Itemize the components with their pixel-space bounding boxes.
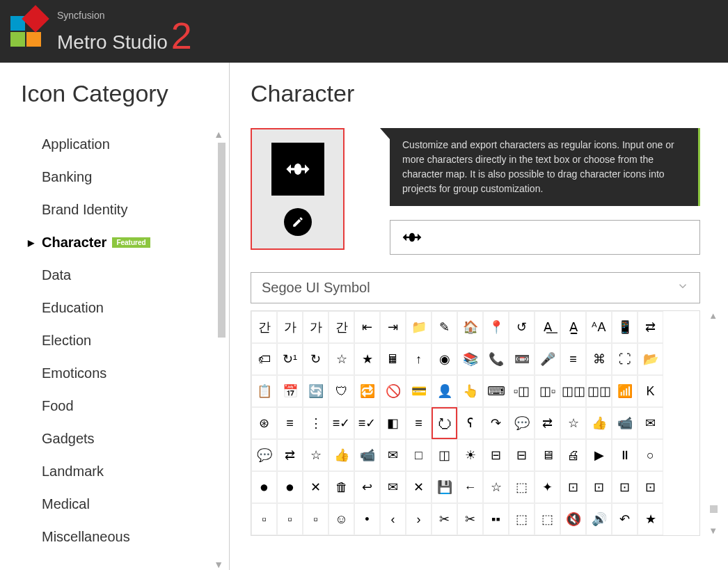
char-cell[interactable]: ✂ <box>432 503 457 535</box>
char-cell[interactable]: ● <box>251 471 277 503</box>
char-cell[interactable]: 📶 <box>612 375 638 407</box>
char-cell[interactable]: ≡✓ <box>354 407 380 439</box>
char-cell[interactable]: ⇄ <box>277 439 303 471</box>
char-cell[interactable]: ⇄ <box>638 311 663 343</box>
char-cell[interactable]: ‹ <box>380 503 406 535</box>
char-cell[interactable]: 👤 <box>432 375 457 407</box>
char-cell[interactable]: ⬚ <box>509 471 535 503</box>
char-cell[interactable]: ✎ <box>432 311 457 343</box>
sidebar-item-brand-identity[interactable]: Brand Identity <box>21 193 215 226</box>
char-cell[interactable]: ⬚ <box>509 503 535 535</box>
char-cell[interactable]: ⏸ <box>612 439 638 471</box>
sidebar-item-food[interactable]: Food <box>21 390 215 422</box>
char-cell[interactable]: 📂 <box>638 343 663 375</box>
char-cell[interactable]: ⛶ <box>612 343 638 375</box>
char-cell[interactable]: ↻¹ <box>277 343 303 375</box>
char-cell[interactable]: ▫ <box>251 503 277 535</box>
char-cell[interactable]: ☆ <box>329 343 354 375</box>
char-cell[interactable]: ★ <box>638 503 663 535</box>
char-cell[interactable]: 📍 <box>483 311 509 343</box>
char-cell[interactable]: ʕ <box>457 407 483 439</box>
char-cell[interactable]: 📅 <box>277 375 303 407</box>
char-cell[interactable]: ☀ <box>457 439 483 471</box>
sidebar-item-banking[interactable]: Banking <box>21 161 215 193</box>
char-cell[interactable]: ▫ <box>303 503 329 535</box>
char-cell[interactable]: 🚫 <box>380 375 406 407</box>
char-cell[interactable]: 📁 <box>406 311 432 343</box>
char-cell[interactable]: 가 <box>277 311 303 343</box>
char-cell[interactable]: ◫▫ <box>535 375 560 407</box>
char-cell[interactable]: 가 <box>303 311 329 343</box>
char-cell[interactable]: 💬 <box>509 407 535 439</box>
char-cell[interactable]: 👆 <box>457 375 483 407</box>
char-cell[interactable]: ☺ <box>329 503 354 535</box>
sidebar-item-landmark[interactable]: Landmark <box>21 455 215 488</box>
char-cell[interactable]: 🖩 <box>380 343 406 375</box>
char-cell[interactable]: 📋 <box>251 375 277 407</box>
char-cell[interactable]: ⊟ <box>483 439 509 471</box>
char-cell[interactable]: ◧ <box>380 407 406 439</box>
char-cell[interactable]: ▪▪ <box>483 503 509 535</box>
char-cell[interactable]: 💳 <box>406 375 432 407</box>
char-cell[interactable]: ⇥ <box>380 311 406 343</box>
char-cell[interactable]: ↶ <box>612 503 638 535</box>
char-cell[interactable]: ≡ <box>560 343 586 375</box>
char-cell[interactable]: 👍 <box>329 439 354 471</box>
sidebar-scroll-down-icon[interactable]: ▼ <box>214 559 223 570</box>
char-cell[interactable]: ⊡ <box>560 471 586 503</box>
char-cell[interactable]: A͟ <box>535 311 560 343</box>
sidebar-item-data[interactable]: Data <box>21 259 215 292</box>
char-cell[interactable]: ◫◫ <box>560 375 586 407</box>
char-cell[interactable]: 📞 <box>483 343 509 375</box>
char-cell[interactable]: K <box>638 375 663 407</box>
character-input[interactable] <box>390 220 700 255</box>
char-cell[interactable]: 🔁 <box>354 375 380 407</box>
char-cell[interactable]: ◉ <box>432 343 457 375</box>
char-cell[interactable]: ⋮ <box>303 407 329 439</box>
sidebar-item-miscellaneous[interactable]: Miscellaneous <box>21 521 215 553</box>
char-cell[interactable]: ✦ <box>535 471 560 503</box>
char-cell[interactable]: ≡ <box>277 407 303 439</box>
char-cell[interactable]: ↑ <box>406 343 432 375</box>
sidebar-scrollbar[interactable] <box>218 143 225 338</box>
sidebar-item-election[interactable]: Election <box>21 324 215 357</box>
char-cell[interactable]: 📱 <box>612 311 638 343</box>
char-cell[interactable]: ▫◫ <box>509 375 535 407</box>
char-cell[interactable]: 👍 <box>586 407 612 439</box>
char-cell[interactable]: › <box>406 503 432 535</box>
char-cell[interactable]: • <box>354 503 380 535</box>
grid-scroll-down-icon[interactable]: ▼ <box>709 525 718 536</box>
char-cell[interactable]: ☆ <box>303 439 329 471</box>
char-cell[interactable]: ▫ <box>277 503 303 535</box>
edit-button[interactable] <box>284 208 312 236</box>
char-cell[interactable]: ◫◫ <box>586 375 612 407</box>
grid-scrollbar[interactable] <box>710 505 718 513</box>
char-cell[interactable]: 🖨 <box>560 439 586 471</box>
char-cell[interactable]: ↩ <box>354 471 380 503</box>
char-cell[interactable]: 🔊 <box>586 503 612 535</box>
char-cell[interactable]: ✕ <box>406 471 432 503</box>
char-cell[interactable]: ☆ <box>560 407 586 439</box>
char-cell[interactable]: ↷ <box>483 407 509 439</box>
char-cell[interactable]: 💬 <box>251 439 277 471</box>
sidebar-item-application[interactable]: Application <box>21 128 215 161</box>
char-cell[interactable]: ↺ <box>509 311 535 343</box>
char-cell[interactable]: ✉ <box>380 471 406 503</box>
char-cell[interactable]: ▶ <box>586 439 612 471</box>
char-cell[interactable]: ● <box>277 471 303 503</box>
char-cell[interactable]: 🛡 <box>329 375 354 407</box>
char-cell[interactable]: 간 <box>329 311 354 343</box>
char-cell[interactable]: ⇤ <box>354 311 380 343</box>
char-cell[interactable]: 🏠 <box>457 311 483 343</box>
char-cell[interactable]: ✂ <box>457 503 483 535</box>
char-cell[interactable]: ⌘ <box>586 343 612 375</box>
char-cell[interactable]: □ <box>406 439 432 471</box>
sidebar-item-education[interactable]: Education <box>21 292 215 324</box>
sidebar-item-character[interactable]: CharacterFeatured <box>21 226 215 259</box>
char-cell[interactable]: 🏷 <box>251 343 277 375</box>
char-cell[interactable]: ⭮ <box>432 407 457 439</box>
char-cell[interactable]: 📼 <box>509 343 535 375</box>
char-cell[interactable]: ⬚ <box>535 503 560 535</box>
char-cell[interactable]: ≡✓ <box>329 407 354 439</box>
font-dropdown[interactable]: Segoe UI Symbol <box>251 272 700 303</box>
